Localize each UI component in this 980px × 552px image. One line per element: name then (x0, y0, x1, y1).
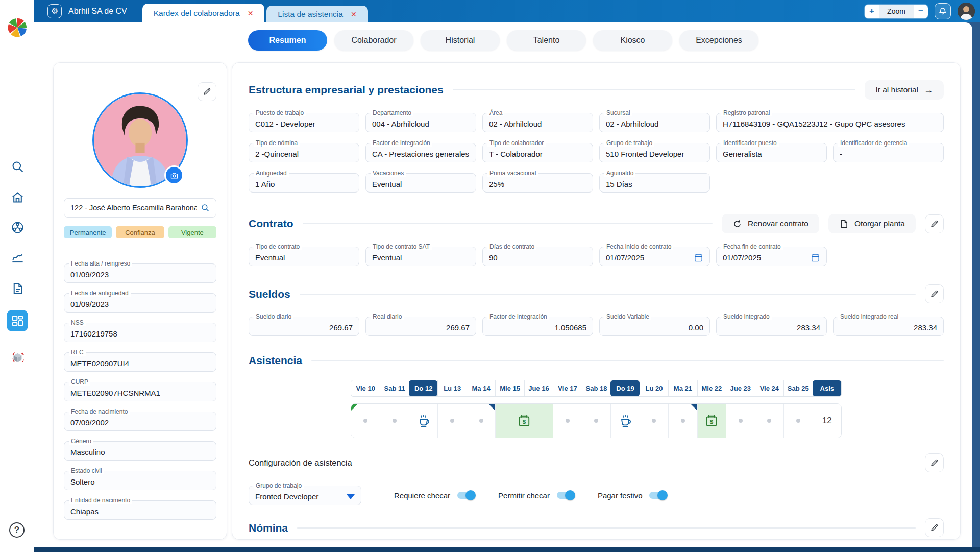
gear-icon[interactable]: ⚙ (47, 4, 62, 18)
field-identificador-gerencia[interactable]: Identificador de gerencia - (833, 143, 944, 162)
close-icon[interactable]: ✕ (248, 9, 254, 17)
day-header[interactable]: Mie 15 (495, 380, 524, 396)
cube-product-icon[interactable] (7, 346, 28, 367)
ir-al-historial-button[interactable]: Ir al historial → (865, 80, 944, 100)
edit-config-button[interactable] (925, 453, 944, 472)
user-avatar[interactable] (958, 3, 975, 20)
toggle-switch[interactable] (457, 492, 475, 499)
field-grupo-trabajo[interactable]: Grupo de trabajo 510 Fronted Developer (599, 143, 710, 162)
notifications-button[interactable] (935, 3, 951, 19)
field-prima-vacacional[interactable]: Prima vacacional 25% (482, 173, 593, 193)
attendance-cell[interactable] (437, 404, 466, 438)
otorgar-planta-button[interactable]: Otorgar planta (828, 214, 916, 233)
attendance-cell[interactable] (640, 404, 668, 438)
field-entidad-nacimiento[interactable]: Entidad de nacimento Chiapas (64, 500, 216, 520)
field-sueldo-diario[interactable]: Sueldo diario 269.67 (249, 317, 359, 336)
zoom-out-button[interactable]: − (914, 5, 928, 18)
employee-search-field[interactable]: 122 - José Alberto Escamilla Barahona (64, 198, 216, 218)
day-header[interactable]: Sab 18 (582, 380, 610, 396)
day-header[interactable]: Mie 22 (697, 380, 726, 396)
field-dias-contrato[interactable]: Días de contrato 90 (482, 247, 593, 266)
field-real-diario[interactable]: Real diario 269.67 (365, 317, 476, 336)
field-area[interactable]: Área 02 - Abrhilcloud (482, 113, 593, 132)
field-curp[interactable]: CURP METE020907HCSNRMA1 (64, 382, 216, 401)
field-estado-civil[interactable]: Estado civil Soltero (64, 471, 216, 490)
attendance-cell-rest[interactable] (610, 404, 639, 438)
attendance-cell[interactable] (467, 404, 495, 438)
field-tipo-colaborador[interactable]: Tipo de colaborador T - Colaborador (482, 143, 593, 162)
field-fecha-alta[interactable]: Fecha alta / reingreso 01/09/2023 (64, 263, 216, 283)
day-header[interactable]: Jue 23 (726, 380, 754, 396)
edit-nomina-button[interactable] (925, 518, 944, 537)
attendance-cell-paid[interactable]: $ (697, 404, 726, 438)
field-tipo-nomina[interactable]: Tipo de nómina 2 -Quincenal (249, 143, 359, 162)
toggle-switch[interactable] (557, 492, 574, 499)
field-puesto-trabajo[interactable]: Puesto de trabajo C012 - Developer (249, 113, 359, 132)
field-fecha-antiguedad[interactable]: Fecha de antiguedad 01/09/2023 (64, 293, 216, 313)
kardex-dashboard-icon[interactable] (7, 310, 28, 331)
abrhil-logo-icon[interactable] (7, 17, 28, 38)
day-header[interactable]: Sab 25 (783, 380, 812, 396)
day-header[interactable]: Vie 17 (553, 380, 581, 396)
field-aguinaldo[interactable]: Aguinaldo 15 Días (599, 173, 710, 193)
home-icon[interactable] (7, 186, 28, 208)
tab-kiosco[interactable]: Kiosco (593, 30, 672, 51)
attendance-cell[interactable] (755, 404, 783, 438)
tab-excepciones[interactable]: Excepciones (679, 30, 758, 51)
edit-contrato-button[interactable] (925, 214, 944, 233)
tab-colaborador[interactable]: Colaborador (334, 30, 413, 51)
day-header[interactable]: Ma 14 (467, 380, 495, 396)
field-departamento[interactable]: Departamento 004 - Abrhilcloud (365, 113, 476, 132)
field-factor-integracion-sueldo[interactable]: Factor de integración 1.050685 (482, 317, 593, 336)
field-sucursal[interactable]: Sucursal 02 - Abrhilcloud (599, 113, 710, 132)
attendance-cell[interactable] (582, 404, 610, 438)
attendance-cell[interactable] (783, 404, 812, 438)
field-identificador-puesto[interactable]: Identificador puesto Generalista (716, 143, 827, 162)
day-header-asis[interactable]: Asis (813, 380, 841, 396)
day-header[interactable]: Ma 21 (668, 380, 697, 396)
field-antiguedad[interactable]: Antiguedad 1 Año (249, 173, 359, 193)
field-genero[interactable]: Género Masculino (64, 441, 216, 461)
modules-wheel-icon[interactable] (7, 217, 28, 238)
field-factor-integracion[interactable]: Factor de integración CA - Prestaciones … (365, 143, 476, 162)
attendance-cell-paid[interactable]: $ (495, 404, 553, 438)
day-header[interactable]: Sab 11 (380, 380, 408, 396)
field-sueldo-variable[interactable]: Sueldo Variable 0.00 (599, 317, 710, 336)
field-fecha-nacimiento[interactable]: Fecha de nacimiento 07/09/2002 (64, 412, 216, 431)
field-sueldo-integrado-real[interactable]: Sueldo integrado real 283.34 (833, 317, 944, 336)
day-header-active[interactable]: Do 19 (610, 380, 639, 396)
tab-resumen[interactable]: Resumen (248, 30, 327, 51)
attendance-cell[interactable] (668, 404, 697, 438)
field-rfc[interactable]: RFC METE020907UI4 (64, 352, 216, 372)
attendance-cell[interactable] (380, 404, 408, 438)
field-registro-patronal[interactable]: Registro patronal H7116843109 - GQA15223… (716, 113, 944, 132)
close-icon[interactable]: ✕ (351, 10, 357, 18)
help-icon[interactable]: ? (9, 522, 24, 538)
attendance-cell[interactable] (726, 404, 754, 438)
edit-sueldos-button[interactable] (925, 284, 944, 303)
field-fecha-inicio-contrato[interactable]: Fecha inicio de contrato 01/07/2025 (599, 247, 710, 266)
tab-lista-asistencia[interactable]: Lista de asistencia ✕ (266, 6, 368, 22)
day-header[interactable]: Vie 10 (351, 380, 380, 396)
day-header[interactable]: Lu 13 (437, 380, 466, 396)
field-vacaciones[interactable]: Vacaciones Eventual (365, 173, 476, 193)
tab-kardex-colaborador[interactable]: Kardex del colaboradora ✕ (142, 4, 265, 22)
day-header[interactable]: Vie 24 (755, 380, 783, 396)
change-photo-button[interactable] (164, 165, 184, 185)
edit-profile-button[interactable] (198, 82, 216, 101)
attendance-cell-rest[interactable] (409, 404, 437, 438)
search-icon[interactable] (7, 156, 28, 177)
field-nss[interactable]: NSS 17160219758 (64, 323, 216, 342)
day-header[interactable]: Lu 20 (640, 380, 668, 396)
field-tipo-contrato-sat[interactable]: Tipo de contrato SAT Eventual (365, 247, 476, 266)
company-tab[interactable]: ⚙ Abrhil SA de CV (34, 0, 142, 22)
zoom-in-button[interactable]: + (865, 5, 879, 18)
grupo-trabajo-select[interactable]: Grupo de trabajo Fronted Developer (249, 486, 361, 505)
field-sueldo-integrado[interactable]: Sueldo integrado 283.34 (716, 317, 827, 336)
attendance-cell[interactable] (553, 404, 581, 438)
field-tipo-contrato[interactable]: Tipo de contrato Eventual (249, 247, 359, 266)
day-header-active[interactable]: Do 12 (409, 380, 437, 396)
documents-icon[interactable] (7, 278, 28, 299)
tab-historial[interactable]: Historial (421, 30, 500, 51)
attendance-cell[interactable] (351, 404, 380, 438)
